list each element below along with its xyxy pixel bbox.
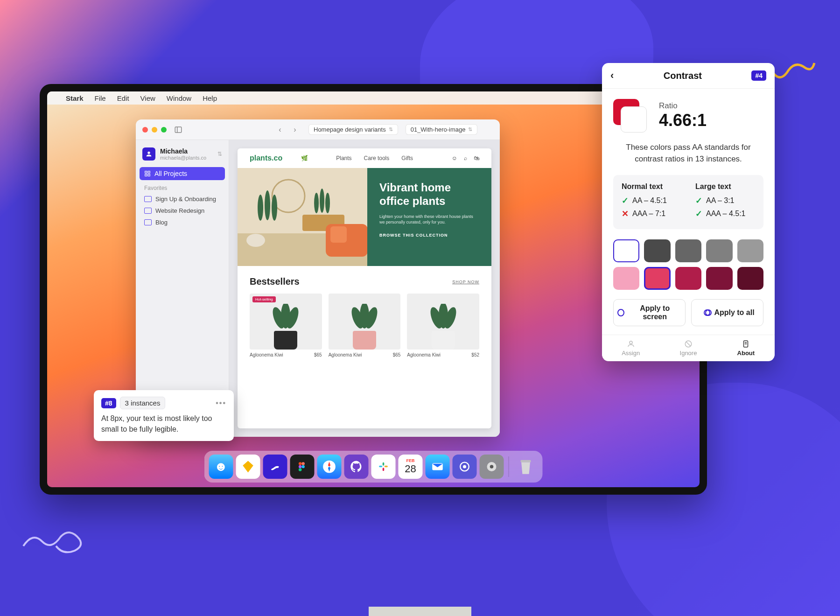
apply-to-all-button[interactable]: Apply to all	[691, 299, 763, 326]
color-swatch-grid	[613, 239, 763, 290]
nav-link[interactable]: Care tools	[364, 155, 390, 161]
product-price: $52	[471, 352, 479, 357]
menu-edit[interactable]: Edit	[117, 94, 129, 102]
issue-description: At 8px, your text is most likely too sma…	[101, 413, 226, 434]
nav-back-button[interactable]: ‹	[274, 125, 286, 135]
sidebar-all-projects[interactable]: All Projects	[140, 167, 225, 180]
svg-rect-0	[175, 127, 182, 133]
svg-point-13	[246, 234, 265, 247]
safari-icon[interactable]	[317, 455, 342, 479]
double-circle-icon	[700, 309, 710, 316]
color-swatch[interactable]	[644, 239, 670, 262]
user-icon[interactable]: ☺	[452, 155, 457, 161]
cart-icon[interactable]: 🛍	[474, 155, 479, 161]
issue-instance-count[interactable]: 3 instances	[120, 397, 166, 409]
finder-icon[interactable]: ☻	[209, 455, 233, 479]
ratio-label: Ratio	[659, 101, 707, 111]
product-image	[329, 294, 401, 350]
svg-point-43	[490, 465, 494, 469]
settings-icon[interactable]	[480, 455, 504, 479]
stark-icon[interactable]	[263, 455, 287, 479]
sidebar-item-signup[interactable]: Sign Up & Onboarding	[140, 193, 225, 205]
product-price: $65	[314, 352, 322, 357]
product-card[interactable]: Agloonema Kiwi$65	[329, 294, 401, 357]
color-swatch[interactable]	[706, 239, 732, 262]
product-name: Agloonema Kiwi	[250, 352, 283, 357]
color-swatch[interactable]	[675, 267, 701, 290]
monitor-stand	[369, 607, 471, 616]
color-swatch[interactable]	[706, 267, 732, 290]
color-swatch[interactable]	[644, 267, 670, 290]
chevron-updown-icon: ⇅	[389, 126, 393, 133]
nav-link[interactable]: Plants	[336, 155, 351, 161]
large-text-label: Large text	[695, 182, 755, 191]
color-swatch[interactable]	[613, 239, 639, 262]
menu-window[interactable]: Window	[167, 94, 191, 102]
slack-icon[interactable]	[371, 455, 396, 479]
figma-icon[interactable]	[290, 455, 315, 479]
bestsellers-title: Bestsellers	[250, 276, 300, 287]
sidebar-item-blog[interactable]: Blog	[140, 217, 225, 228]
svg-point-2	[147, 152, 150, 154]
svg-point-16	[272, 195, 277, 221]
back-button[interactable]: ‹	[610, 70, 614, 82]
mail-icon[interactable]	[426, 455, 450, 479]
tab-ignore[interactable]: Ignore	[659, 335, 717, 361]
wcag-level-row: ✓AAA – 4.5:1	[695, 209, 755, 219]
apply-to-screen-button[interactable]: Apply to screen	[613, 299, 686, 326]
nav-forward-button[interactable]: ›	[289, 125, 301, 135]
svg-rect-35	[379, 466, 382, 468]
product-card[interactable]: Hot-selling Agloonema Kiwi$65	[250, 294, 322, 357]
hero-image	[238, 168, 367, 266]
color-swatch[interactable]	[737, 239, 763, 262]
shop-now-link[interactable]: SHOP NOW	[452, 280, 479, 284]
color-swatch[interactable]	[675, 239, 701, 262]
hero-cta-link[interactable]: BROWSE THIS COLLECTION	[379, 233, 479, 238]
more-options-icon[interactable]: •••	[216, 399, 226, 407]
artboard: plants.co 🌿 Plants Care tools Gifts ☺ ⌕ …	[238, 148, 491, 428]
menubar-app[interactable]: Stark	[66, 94, 84, 102]
close-window-button[interactable]	[142, 127, 148, 133]
check-icon: ✓	[695, 209, 702, 219]
site-logo[interactable]: plants.co	[250, 154, 282, 162]
breadcrumb-dropdown-1[interactable]: Homepage design variants ⇅	[308, 124, 398, 135]
breadcrumb-dropdown-2[interactable]: 01_With-hero-image ⇅	[406, 124, 478, 135]
product-name: Agloonema Kiwi	[329, 352, 362, 357]
tab-about[interactable]: About	[717, 335, 775, 361]
sidebar-item-redesign[interactable]: Website Redesign	[140, 205, 225, 217]
design-canvas[interactable]: plants.co 🌿 Plants Care tools Gifts ☺ ⌕ …	[229, 140, 500, 437]
minimize-window-button[interactable]	[152, 127, 157, 133]
nav-link[interactable]: Gifts	[401, 155, 413, 161]
chevron-updown-icon: ⇅	[468, 126, 472, 133]
macos-dock: ☻ FEB28	[204, 451, 543, 483]
color-swatch[interactable]	[613, 267, 639, 290]
search-icon[interactable]: ⌕	[464, 155, 467, 161]
product-card[interactable]: Agloonema Kiwi$52	[407, 294, 479, 357]
normal-text-label: Normal text	[622, 182, 681, 191]
svg-rect-6	[148, 174, 150, 176]
sidebar-section-label: Favorites	[140, 180, 225, 193]
check-icon: ✓	[622, 196, 629, 206]
ignore-icon	[684, 340, 693, 348]
svg-point-29	[299, 462, 302, 465]
check-icon: ✓	[695, 196, 702, 206]
app-icon[interactable]	[453, 455, 477, 479]
svg-rect-36	[385, 466, 388, 468]
account-switcher[interactable]: Michaela michaela@plants.co ⇅	[140, 145, 225, 163]
tab-assign[interactable]: Assign	[602, 335, 659, 361]
menu-file[interactable]: File	[95, 94, 106, 102]
github-icon[interactable]	[344, 455, 369, 479]
menu-help[interactable]: Help	[203, 94, 217, 102]
cross-icon: ✕	[622, 209, 629, 219]
folder-icon	[144, 208, 152, 214]
svg-rect-12	[330, 226, 347, 243]
sidebar-toggle-icon[interactable]	[174, 126, 182, 134]
wcag-levels-box: Normal text ✓AA – 4.5:1✕AAA – 7:1 Large …	[613, 175, 763, 229]
menu-view[interactable]: View	[140, 94, 155, 102]
sketch-icon[interactable]	[236, 455, 260, 479]
maximize-window-button[interactable]	[161, 127, 167, 133]
svg-point-18	[320, 189, 324, 213]
color-swatch[interactable]	[737, 267, 763, 290]
calendar-icon[interactable]: FEB28	[399, 455, 423, 479]
trash-icon[interactable]	[514, 455, 538, 479]
